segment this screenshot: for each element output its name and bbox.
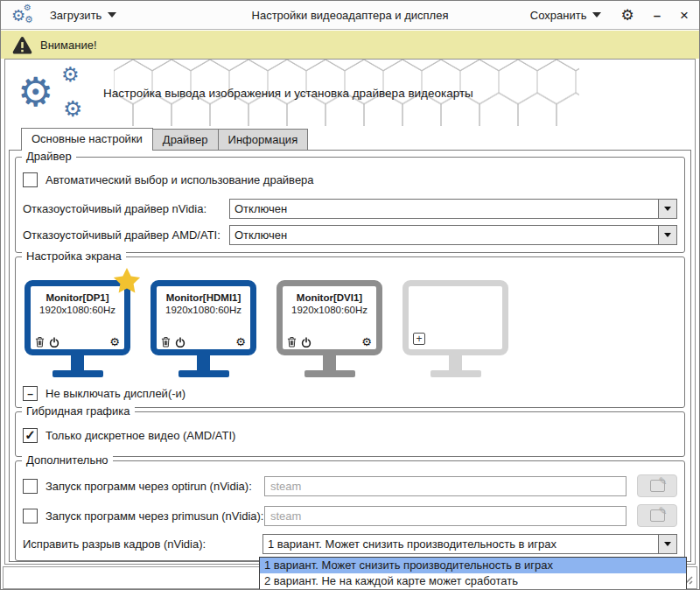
- monitor-name: Monitor[DP1]: [31, 292, 124, 303]
- dropdown-option-1[interactable]: 1 вариант. Может снизить производительно…: [260, 558, 686, 573]
- settings-gear-button[interactable]: ⚙: [620, 8, 634, 23]
- title-bar: ⚙ ⚙ ⚙ Загрузить Настройки видеоадаптера …: [1, 1, 699, 30]
- chevron-down-icon: [664, 542, 671, 546]
- edit-pencil-icon: ✎: [650, 509, 665, 522]
- nvidia-failsafe-value: Отключен: [230, 200, 658, 218]
- chevron-down-icon: [664, 207, 671, 211]
- monitor-mode: 1920x1080:60Hz: [283, 305, 376, 315]
- tab-driver[interactable]: Драйвер: [152, 129, 219, 151]
- content-frame: ⚙ ⚙ ⚙ Настройка вывода изображения и уст…: [4, 59, 696, 565]
- group-driver-title: Драйвер: [22, 150, 76, 163]
- monitor-card-empty-slot[interactable]: +: [402, 280, 508, 377]
- combobox-arrow-button[interactable]: [658, 200, 676, 218]
- group-driver: Драйвер Автоматический выбор и использов…: [15, 157, 685, 253]
- header-gears-icon: ⚙ ⚙ ⚙: [12, 61, 100, 124]
- warning-text: Внимание!: [40, 39, 97, 52]
- gear-icon: ⚙: [24, 4, 32, 12]
- add-monitor-icon[interactable]: +: [413, 333, 425, 345]
- trash-icon[interactable]: [35, 336, 45, 348]
- combobox-arrow-button[interactable]: [658, 535, 676, 553]
- minimize-button[interactable]: –: [654, 9, 661, 22]
- page-header: ⚙ ⚙ ⚙ Настройка вывода изображения и уст…: [5, 60, 695, 127]
- tearing-fix-dropdown-list: 1 вариант. Может снизить производительно…: [259, 557, 687, 590]
- monitor-card-hdmi1[interactable]: Monitor[HDMI1] 1920x1080:60Hz: [150, 280, 256, 377]
- monitor-name: Monitor[DVI1]: [283, 292, 376, 303]
- gear-icon: ⚙: [63, 98, 82, 120]
- optirun-edit-button[interactable]: ✎: [637, 474, 677, 497]
- amd-failsafe-value: Отключен: [230, 226, 658, 244]
- tearing-fix-label: Исправить разрыв кадров (nVidia):: [23, 537, 262, 551]
- group-hybrid-title: Гибридная графика: [22, 404, 135, 418]
- keep-display-on-label: Не выключать дисплей(-и): [46, 387, 186, 400]
- auto-driver-checkbox[interactable]: [23, 172, 38, 187]
- gear-icon: ⚙: [61, 65, 80, 85]
- chevron-down-icon: [108, 12, 116, 18]
- amd-failsafe-label: Отказоустойчивый драйвер AMD/ATI:: [23, 228, 229, 242]
- nvidia-failsafe-combobox[interactable]: Отключен: [229, 199, 677, 219]
- optirun-checkbox[interactable]: [23, 479, 38, 494]
- tab-strip: Основные настройки Драйвер Информация: [21, 127, 307, 151]
- tab-panel: Драйвер Автоматический выбор и использов…: [9, 150, 691, 562]
- load-menu-label: Загрузить: [50, 9, 102, 22]
- discrete-only-label: Только дискретное видео (AMD/ATI): [46, 429, 235, 442]
- primusun-edit-button[interactable]: ✎: [637, 504, 677, 527]
- monitor-row: Monitor[DP1] 1920x1080:60Hz: [16, 280, 684, 377]
- optirun-input[interactable]: [264, 476, 626, 496]
- group-extra-title: Дополнительно: [22, 453, 113, 467]
- monitor-name: Monitor[HDMI1]: [157, 292, 250, 303]
- close-button[interactable]: ×: [680, 8, 689, 23]
- chevron-down-icon: [592, 12, 601, 18]
- amd-failsafe-combobox[interactable]: Отключен: [229, 225, 677, 245]
- power-icon[interactable]: [175, 337, 186, 348]
- edit-pencil-icon: ✎: [650, 480, 665, 492]
- power-icon[interactable]: [49, 337, 60, 348]
- tearing-fix-value: 1 вариант. Может снизить производительно…: [263, 535, 658, 553]
- group-hybrid-graphics: Гибридная графика ✓ Только дискретное ви…: [15, 411, 685, 457]
- monitor-mode: 1920x1080:60Hz: [31, 305, 124, 315]
- monitor-card-dp1[interactable]: Monitor[DP1] 1920x1080:60Hz: [24, 280, 130, 377]
- group-screen-title: Настройка экрана: [22, 249, 126, 263]
- primusun-label: Запуск программ через primusun (nVidia):: [46, 509, 264, 523]
- group-extra: Дополнительно Запуск программ через opti…: [15, 460, 685, 561]
- monitor-settings-gear-icon[interactable]: ⚙: [361, 336, 372, 348]
- save-menu-label: Сохранить: [530, 9, 587, 22]
- monitor-card-dvi1[interactable]: Monitor[DVI1] 1920x1080:60Hz: [276, 280, 382, 377]
- window-title: Настройки видеоадаптера и дисплея: [132, 9, 568, 22]
- power-icon[interactable]: [301, 337, 312, 348]
- nvidia-failsafe-label: Отказоустойчивый драйвер nVidia:: [23, 202, 229, 215]
- tab-information[interactable]: Информация: [218, 129, 309, 151]
- monitor-mode: 1920x1080:60Hz: [157, 305, 250, 315]
- monitor-settings-gear-icon[interactable]: ⚙: [109, 336, 120, 348]
- app-window: ⚙ ⚙ ⚙ Загрузить Настройки видеоадаптера …: [0, 0, 700, 590]
- discrete-only-checkbox[interactable]: ✓: [23, 428, 38, 443]
- gear-icon: ⚙: [18, 72, 53, 112]
- page-title: Настройка вывода изображения и установка…: [103, 87, 473, 100]
- trash-icon[interactable]: [161, 336, 171, 348]
- chevron-down-icon: [664, 233, 671, 237]
- combobox-arrow-button[interactable]: [658, 226, 676, 244]
- warning-banner: Внимание!: [1, 31, 699, 59]
- warning-triangle-icon: [12, 36, 32, 54]
- monitor-settings-gear-icon[interactable]: ⚙: [235, 336, 246, 348]
- dropdown-option-2[interactable]: 2 вариант. Не на каждой карте может сраб…: [260, 573, 686, 589]
- tab-main-settings[interactable]: Основные настройки: [21, 128, 153, 151]
- gear-icon: ⚙: [24, 15, 33, 25]
- optirun-label: Запуск программ через optirun (nVidia):: [46, 480, 264, 493]
- indeterminate-dash-icon: –: [27, 389, 33, 399]
- auto-driver-label: Автоматический выбор и использование дра…: [46, 173, 314, 186]
- save-menu-button[interactable]: Сохранить: [530, 9, 602, 22]
- primusun-input[interactable]: [264, 506, 626, 526]
- check-icon: ✓: [24, 428, 36, 441]
- load-menu-button[interactable]: Загрузить: [50, 9, 116, 22]
- tearing-fix-combobox[interactable]: 1 вариант. Может снизить производительно…: [262, 534, 677, 554]
- app-gears-icon: ⚙ ⚙ ⚙: [11, 4, 36, 26]
- primary-star-icon: [113, 267, 141, 294]
- keep-display-on-checkbox[interactable]: –: [23, 386, 38, 401]
- group-screen-setup: Настройка экрана Monitor[DP1] 1920x1080:…: [15, 256, 685, 408]
- primusun-checkbox[interactable]: [23, 509, 38, 523]
- trash-icon[interactable]: [287, 336, 297, 348]
